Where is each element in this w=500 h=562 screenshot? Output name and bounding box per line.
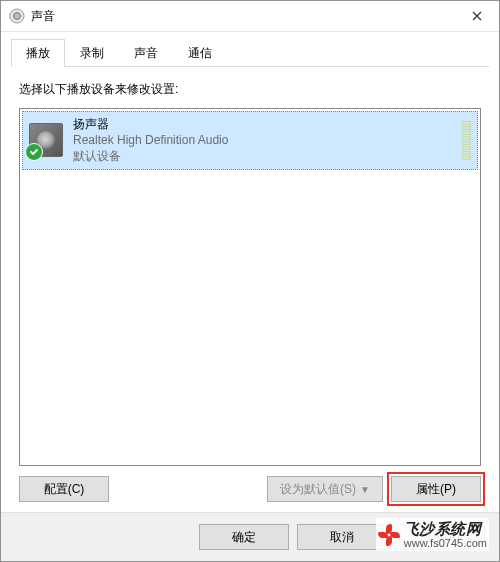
ok-button[interactable]: 确定 (199, 524, 289, 550)
speaker-icon (29, 123, 63, 157)
device-status: 默认设备 (73, 148, 456, 164)
set-default-button[interactable]: 设为默认值(S) ▼ (267, 476, 383, 502)
sound-dialog: 声音 播放 录制 声音 通信 选择以下播放设备来修改设置: 扬声器 Realte (0, 0, 500, 562)
device-driver: Realtek High Definition Audio (73, 132, 456, 148)
watermark: 飞沙系统网 www.fs0745.com (376, 518, 489, 551)
tab-recording[interactable]: 录制 (65, 39, 119, 67)
tab-communications[interactable]: 通信 (173, 39, 227, 67)
svg-point-1 (14, 13, 21, 20)
properties-button[interactable]: 属性(P) (391, 476, 481, 502)
chevron-down-icon: ▼ (360, 484, 370, 495)
tab-panel-playback: 选择以下播放设备来修改设置: 扬声器 Realtek High Definiti… (1, 67, 499, 512)
cancel-button[interactable]: 取消 (297, 524, 387, 550)
tab-sounds[interactable]: 声音 (119, 39, 173, 67)
playback-device-list[interactable]: 扬声器 Realtek High Definition Audio 默认设备 (19, 108, 481, 466)
level-meter (462, 121, 471, 160)
device-item-speakers[interactable]: 扬声器 Realtek High Definition Audio 默认设备 (22, 111, 478, 170)
default-check-icon (25, 143, 43, 161)
sound-icon (9, 8, 25, 24)
instruction-text: 选择以下播放设备来修改设置: (19, 81, 481, 98)
close-icon (472, 11, 482, 21)
device-name: 扬声器 (73, 116, 456, 132)
window-title: 声音 (31, 8, 454, 25)
device-buttons-row: 配置(C) 设为默认值(S) ▼ 属性(P) (19, 476, 481, 502)
tab-playback[interactable]: 播放 (11, 39, 65, 67)
configure-button[interactable]: 配置(C) (19, 476, 109, 502)
close-button[interactable] (454, 1, 499, 31)
tab-strip: 播放 录制 声音 通信 (1, 32, 499, 66)
watermark-url: www.fs0745.com (404, 537, 487, 549)
titlebar: 声音 (1, 1, 499, 32)
watermark-logo-icon (378, 524, 400, 546)
watermark-brand: 飞沙系统网 (404, 520, 482, 537)
